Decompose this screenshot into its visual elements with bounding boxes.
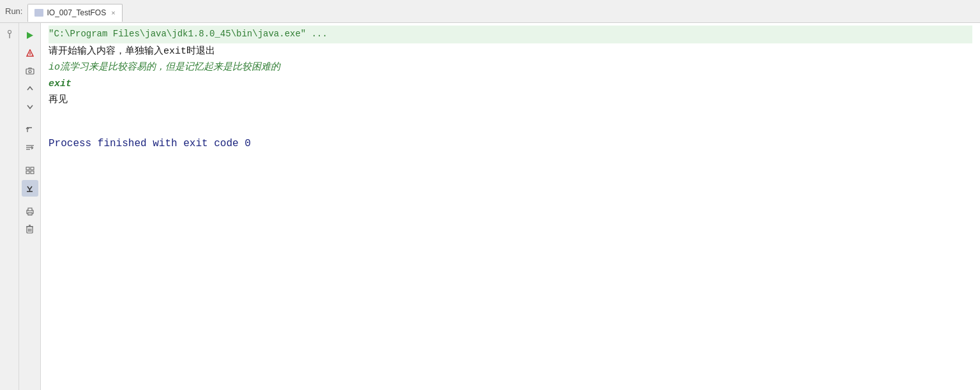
console-line-cmd: "C:\Program Files\java\jdk1.8.0_45\bin\j… — [49, 26, 972, 43]
right-toolbar — [19, 23, 41, 390]
svg-point-1 — [8, 31, 11, 34]
console-line-blank — [49, 109, 972, 124]
layout-button[interactable] — [22, 162, 38, 179]
tab-title: IO_007_TestFOS — [47, 8, 106, 17]
tab-close-button[interactable]: × — [111, 9, 115, 17]
pin-button[interactable] — [2, 27, 17, 42]
console-line-prompt: 请开始输入内容，单独输入exit时退出 — [49, 43, 972, 60]
clear-button[interactable] — [22, 221, 38, 237]
wrap-button[interactable] — [22, 139, 38, 156]
restore-button[interactable] — [22, 121, 38, 138]
console-line-exit-cmd: exit — [49, 76, 972, 93]
scroll-down-button[interactable] — [22, 98, 38, 115]
console-line-goodbye: 再见 — [49, 92, 972, 109]
main-area: "C:\Program Files\java\jdk1.8.0_45\bin\j… — [0, 23, 980, 390]
play-button[interactable] — [22, 27, 38, 43]
svg-rect-18 — [28, 208, 32, 211]
svg-rect-14 — [31, 171, 34, 174]
left-toolbar — [0, 23, 19, 390]
tab-bar: Run: IO_007_TestFOS × — [0, 0, 980, 23]
svg-rect-13 — [26, 171, 29, 174]
tab-file-icon — [34, 9, 43, 17]
scroll-up-button[interactable] — [22, 80, 38, 97]
console-line-process: Process finished with exit code 0 — [49, 135, 972, 153]
console-line-io-comment: io流学习来是比较容易的，但是记忆起来是比较困难的 — [49, 59, 972, 76]
svg-rect-12 — [31, 167, 34, 170]
svg-point-7 — [29, 70, 31, 73]
svg-rect-11 — [26, 167, 29, 170]
print-button[interactable] — [22, 203, 38, 220]
scroll-to-end-button[interactable] — [22, 180, 38, 197]
snapshot-button[interactable] — [22, 63, 38, 79]
run-tab[interactable]: IO_007_TestFOS × — [27, 4, 122, 22]
stop-button[interactable] — [22, 45, 38, 61]
console-output: "C:\Program Files\java\jdk1.8.0_45\bin\j… — [41, 23, 980, 390]
run-panel: Run: IO_007_TestFOS × — [0, 0, 980, 390]
svg-marker-2 — [27, 32, 33, 39]
svg-rect-6 — [26, 69, 34, 74]
run-label: Run: — [5, 6, 22, 16]
